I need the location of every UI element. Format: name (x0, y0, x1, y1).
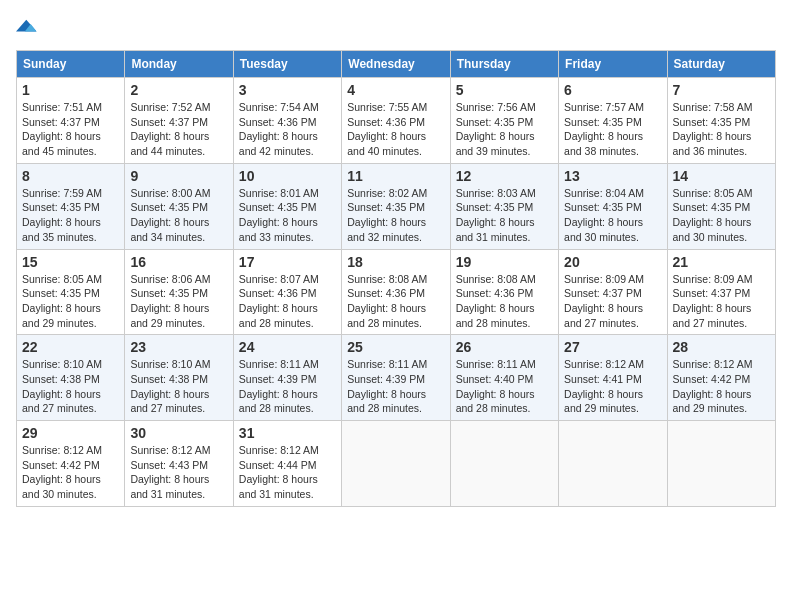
day-info: Sunrise: 8:12 AM Sunset: 4:41 PM Dayligh… (564, 357, 661, 416)
sunrise-label: Sunrise: (22, 273, 63, 285)
sunrise-time: 7:58 AM (714, 101, 753, 113)
sunset-time: 4:35 PM (711, 116, 750, 128)
sunset-time: 4:36 PM (386, 116, 425, 128)
page-header (16, 16, 776, 42)
day-info: Sunrise: 8:06 AM Sunset: 4:35 PM Dayligh… (130, 272, 227, 331)
sunset-time: 4:39 PM (386, 373, 425, 385)
daylight-label: Daylight: 8 hours and 38 minutes. (564, 130, 643, 157)
daylight-label: Daylight: 8 hours and 27 minutes. (22, 388, 101, 415)
day-info: Sunrise: 8:09 AM Sunset: 4:37 PM Dayligh… (564, 272, 661, 331)
day-number: 1 (22, 82, 119, 98)
daylight-label: Daylight: 8 hours and 31 minutes. (130, 473, 209, 500)
column-header-tuesday: Tuesday (233, 51, 341, 78)
sunrise-label: Sunrise: (673, 187, 714, 199)
day-info: Sunrise: 8:05 AM Sunset: 4:35 PM Dayligh… (22, 272, 119, 331)
day-number: 24 (239, 339, 336, 355)
day-number: 9 (130, 168, 227, 184)
day-info: Sunrise: 7:56 AM Sunset: 4:35 PM Dayligh… (456, 100, 553, 159)
sunrise-label: Sunrise: (564, 101, 605, 113)
daylight-label: Daylight: 8 hours and 30 minutes. (564, 216, 643, 243)
sunrise-time: 7:59 AM (63, 187, 102, 199)
sunrise-label: Sunrise: (347, 187, 388, 199)
sunset-label: Sunset: (22, 373, 61, 385)
calendar-table: SundayMondayTuesdayWednesdayThursdayFrid… (16, 50, 776, 507)
day-number: 26 (456, 339, 553, 355)
sunset-time: 4:35 PM (61, 201, 100, 213)
day-number: 2 (130, 82, 227, 98)
sunset-time: 4:35 PM (169, 201, 208, 213)
sunrise-time: 8:09 AM (606, 273, 645, 285)
sunset-time: 4:36 PM (277, 287, 316, 299)
sunset-label: Sunset: (239, 373, 278, 385)
calendar-cell: 5 Sunrise: 7:56 AM Sunset: 4:35 PM Dayli… (450, 78, 558, 164)
calendar-cell: 26 Sunrise: 8:11 AM Sunset: 4:40 PM Dayl… (450, 335, 558, 421)
sunrise-time: 8:12 AM (172, 444, 211, 456)
sunrise-time: 8:09 AM (714, 273, 753, 285)
sunrise-label: Sunrise: (130, 101, 171, 113)
calendar-cell: 4 Sunrise: 7:55 AM Sunset: 4:36 PM Dayli… (342, 78, 450, 164)
sunrise-label: Sunrise: (22, 444, 63, 456)
day-number: 30 (130, 425, 227, 441)
daylight-label: Daylight: 8 hours and 30 minutes. (673, 216, 752, 243)
day-number: 11 (347, 168, 444, 184)
day-info: Sunrise: 7:52 AM Sunset: 4:37 PM Dayligh… (130, 100, 227, 159)
calendar-cell: 21 Sunrise: 8:09 AM Sunset: 4:37 PM Dayl… (667, 249, 775, 335)
sunset-label: Sunset: (130, 116, 169, 128)
day-info: Sunrise: 7:55 AM Sunset: 4:36 PM Dayligh… (347, 100, 444, 159)
sunrise-label: Sunrise: (456, 101, 497, 113)
daylight-label: Daylight: 8 hours and 27 minutes. (673, 302, 752, 329)
calendar-cell: 24 Sunrise: 8:11 AM Sunset: 4:39 PM Dayl… (233, 335, 341, 421)
daylight-label: Daylight: 8 hours and 27 minutes. (564, 302, 643, 329)
sunrise-label: Sunrise: (239, 187, 280, 199)
calendar-cell: 27 Sunrise: 8:12 AM Sunset: 4:41 PM Dayl… (559, 335, 667, 421)
sunrise-time: 8:12 AM (714, 358, 753, 370)
sunset-time: 4:35 PM (169, 287, 208, 299)
day-number: 29 (22, 425, 119, 441)
calendar-cell: 31 Sunrise: 8:12 AM Sunset: 4:44 PM Dayl… (233, 421, 341, 507)
daylight-label: Daylight: 8 hours and 31 minutes. (239, 473, 318, 500)
sunset-label: Sunset: (673, 373, 712, 385)
sunrise-label: Sunrise: (673, 273, 714, 285)
calendar-cell: 1 Sunrise: 7:51 AM Sunset: 4:37 PM Dayli… (17, 78, 125, 164)
calendar-cell: 17 Sunrise: 8:07 AM Sunset: 4:36 PM Dayl… (233, 249, 341, 335)
sunset-time: 4:35 PM (494, 201, 533, 213)
day-number: 28 (673, 339, 770, 355)
day-info: Sunrise: 8:01 AM Sunset: 4:35 PM Dayligh… (239, 186, 336, 245)
sunset-label: Sunset: (564, 201, 603, 213)
sunrise-label: Sunrise: (130, 444, 171, 456)
day-number: 7 (673, 82, 770, 98)
daylight-label: Daylight: 8 hours and 27 minutes. (130, 388, 209, 415)
day-info: Sunrise: 8:11 AM Sunset: 4:39 PM Dayligh… (347, 357, 444, 416)
sunset-label: Sunset: (456, 287, 495, 299)
sunset-time: 4:37 PM (169, 116, 208, 128)
sunset-label: Sunset: (239, 201, 278, 213)
day-info: Sunrise: 8:08 AM Sunset: 4:36 PM Dayligh… (347, 272, 444, 331)
calendar-cell (450, 421, 558, 507)
sunset-time: 4:38 PM (169, 373, 208, 385)
sunrise-time: 7:55 AM (389, 101, 428, 113)
logo (16, 16, 40, 42)
calendar-cell: 18 Sunrise: 8:08 AM Sunset: 4:36 PM Dayl… (342, 249, 450, 335)
day-number: 23 (130, 339, 227, 355)
daylight-label: Daylight: 8 hours and 34 minutes. (130, 216, 209, 243)
calendar-cell: 3 Sunrise: 7:54 AM Sunset: 4:36 PM Dayli… (233, 78, 341, 164)
calendar-cell: 25 Sunrise: 8:11 AM Sunset: 4:39 PM Dayl… (342, 335, 450, 421)
day-number: 17 (239, 254, 336, 270)
sunset-time: 4:36 PM (386, 287, 425, 299)
calendar-cell: 28 Sunrise: 8:12 AM Sunset: 4:42 PM Dayl… (667, 335, 775, 421)
day-number: 6 (564, 82, 661, 98)
sunrise-label: Sunrise: (239, 358, 280, 370)
day-info: Sunrise: 8:11 AM Sunset: 4:40 PM Dayligh… (456, 357, 553, 416)
sunrise-label: Sunrise: (347, 358, 388, 370)
sunset-label: Sunset: (130, 459, 169, 471)
day-info: Sunrise: 8:12 AM Sunset: 4:42 PM Dayligh… (22, 443, 119, 502)
sunset-time: 4:35 PM (603, 201, 642, 213)
sunrise-time: 8:12 AM (606, 358, 645, 370)
sunrise-time: 7:51 AM (63, 101, 102, 113)
sunrise-time: 8:06 AM (172, 273, 211, 285)
sunrise-time: 8:11 AM (280, 358, 319, 370)
calendar-cell: 16 Sunrise: 8:06 AM Sunset: 4:35 PM Dayl… (125, 249, 233, 335)
daylight-label: Daylight: 8 hours and 36 minutes. (673, 130, 752, 157)
day-number: 19 (456, 254, 553, 270)
calendar-cell: 15 Sunrise: 8:05 AM Sunset: 4:35 PM Dayl… (17, 249, 125, 335)
